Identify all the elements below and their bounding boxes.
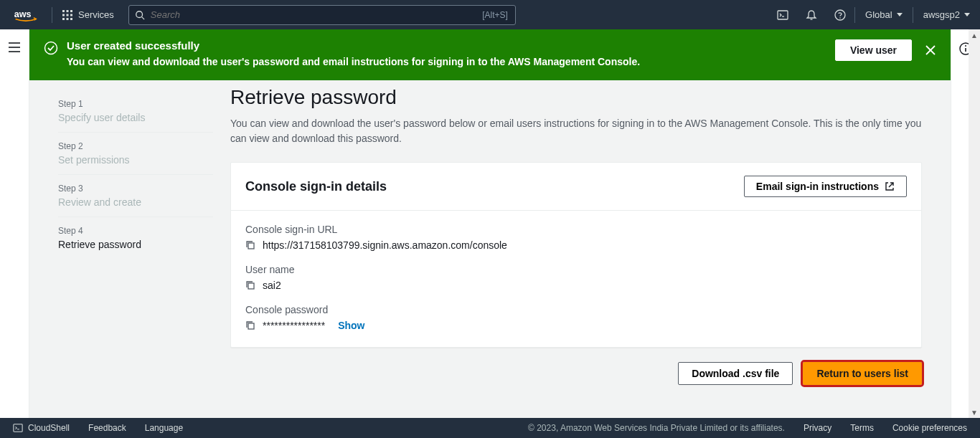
svg-rect-3 <box>70 10 72 12</box>
svg-rect-1 <box>62 10 65 12</box>
email-instructions-button[interactable]: Email sign-in instructions <box>744 176 907 197</box>
svg-rect-6 <box>70 14 72 16</box>
username-value: sai2 <box>263 280 281 291</box>
caret-down-icon <box>897 13 903 16</box>
page-body: Step 1Specify user detailsStep 2Set perm… <box>29 80 951 399</box>
show-password-link[interactable]: Show <box>338 320 364 331</box>
cloudshell-link[interactable]: CloudShell <box>13 423 70 433</box>
aws-logo[interactable]: aws <box>0 9 52 22</box>
notifications-icon[interactable] <box>797 0 826 29</box>
bottom-bar: CloudShell Feedback Language © 2023, Ama… <box>0 418 980 438</box>
banner-actions: View user <box>835 39 936 61</box>
services-menu[interactable]: Services <box>52 9 124 20</box>
page-footer-buttons: Download .csv file Return to users list <box>230 362 922 385</box>
svg-line-11 <box>141 16 144 19</box>
svg-rect-9 <box>70 18 72 20</box>
view-user-button[interactable]: View user <box>835 39 912 61</box>
search-input[interactable] <box>151 9 482 20</box>
privacy-link[interactable]: Privacy <box>804 423 831 433</box>
wizard-step-3[interactable]: Step 3Review and create <box>58 175 213 217</box>
svg-rect-12 <box>778 11 788 19</box>
return-users-list-button[interactable]: Return to users list <box>803 362 922 385</box>
copy-icon[interactable] <box>245 280 255 290</box>
svg-rect-30 <box>14 424 22 432</box>
grid-icon <box>62 10 72 20</box>
signin-details-panel: Console sign-in details Email sign-in in… <box>230 162 922 348</box>
wizard-step-4[interactable]: Step 4Retrieve password <box>58 217 213 259</box>
field-label: Console password <box>245 304 907 315</box>
svg-rect-25 <box>248 283 254 289</box>
panel-body: Console sign-in URL https://317158103799… <box>231 211 921 347</box>
language-link[interactable]: Language <box>145 423 183 433</box>
svg-line-23 <box>889 183 893 187</box>
step-title: Set permissions <box>58 154 213 166</box>
hamburger-icon[interactable] <box>9 42 20 52</box>
cookie-link[interactable]: Cookie preferences <box>892 423 967 433</box>
download-csv-button[interactable]: Download .csv file <box>678 362 793 385</box>
svg-rect-8 <box>67 18 69 20</box>
field-password: Console password **************** Show <box>245 304 907 331</box>
step-number: Step 2 <box>58 141 213 151</box>
search-icon <box>129 10 151 20</box>
page-main: Retrieve password You can view and downl… <box>230 80 951 399</box>
content: User created successfully You can view a… <box>29 29 951 418</box>
cloudshell-icon[interactable] <box>768 0 797 29</box>
step-title: Retrieve password <box>58 239 213 250</box>
top-navigation: aws Services [Alt+S] Global awsgsp2 <box>0 0 980 29</box>
svg-rect-5 <box>67 14 69 16</box>
search-shortcut-hint: [Alt+S] <box>482 10 515 20</box>
bottombar-left: CloudShell Feedback Language <box>13 423 183 433</box>
banner-title: User created successfully <box>67 39 826 52</box>
scroll-down-arrow[interactable]: ▼ <box>969 406 980 418</box>
services-label: Services <box>78 9 114 20</box>
field-label: Console sign-in URL <box>245 224 907 235</box>
feedback-link[interactable]: Feedback <box>88 423 126 433</box>
step-number: Step 3 <box>58 184 213 194</box>
svg-rect-2 <box>67 10 69 12</box>
banner-message: You can view and download the user's pas… <box>67 56 826 67</box>
topnav-right: Global awsgsp2 <box>768 0 980 29</box>
step-title: Review and create <box>58 196 213 208</box>
svg-point-15 <box>835 10 845 20</box>
scrollbar[interactable]: ▲ ▼ <box>969 29 980 418</box>
cloudshell-icon <box>13 423 23 433</box>
field-signin-url: Console sign-in URL https://317158103799… <box>245 224 907 251</box>
svg-rect-24 <box>248 243 254 249</box>
cloudshell-label: CloudShell <box>28 423 70 433</box>
copy-icon[interactable] <box>245 240 255 250</box>
svg-point-28 <box>965 45 966 47</box>
copy-icon[interactable] <box>245 320 255 330</box>
step-number: Step 1 <box>58 99 213 109</box>
wizard-step-1[interactable]: Step 1Specify user details <box>58 90 213 133</box>
copyright-text: © 2023, Amazon Web Services India Privat… <box>528 423 785 433</box>
page-description: You can view and download the user's pas… <box>230 116 922 146</box>
step-number: Step 4 <box>58 226 213 236</box>
page-heading: Retrieve password <box>230 86 922 109</box>
terms-link[interactable]: Terms <box>850 423 874 433</box>
main-area: User created successfully You can view a… <box>0 29 980 418</box>
svg-point-20 <box>45 42 57 54</box>
help-icon[interactable] <box>826 0 854 29</box>
caret-down-icon <box>964 13 970 16</box>
panel-title: Console sign-in details <box>245 179 387 194</box>
scroll-up-arrow[interactable]: ▲ <box>969 29 980 41</box>
search-bar[interactable]: [Alt+S] <box>128 5 516 25</box>
field-username: User name sai2 <box>245 264 907 291</box>
svg-point-10 <box>136 11 143 17</box>
panel-header: Console sign-in details Email sign-in in… <box>231 163 921 211</box>
field-label: User name <box>245 264 907 275</box>
close-icon[interactable] <box>925 44 936 56</box>
svg-rect-7 <box>62 18 65 20</box>
success-banner: User created successfully You can view a… <box>29 29 951 80</box>
svg-point-16 <box>839 17 841 19</box>
region-label: Global <box>865 9 892 20</box>
account-selector[interactable]: awsgsp2 <box>913 0 980 29</box>
banner-body: User created successfully You can view a… <box>67 39 826 67</box>
step-title: Specify user details <box>58 112 213 123</box>
svg-rect-4 <box>62 14 65 16</box>
wizard-steps: Step 1Specify user detailsStep 2Set perm… <box>29 80 230 399</box>
account-label: awsgsp2 <box>923 9 960 20</box>
region-selector[interactable]: Global <box>855 0 913 29</box>
email-btn-label: Email sign-in instructions <box>756 181 879 192</box>
wizard-step-2[interactable]: Step 2Set permissions <box>58 133 213 175</box>
